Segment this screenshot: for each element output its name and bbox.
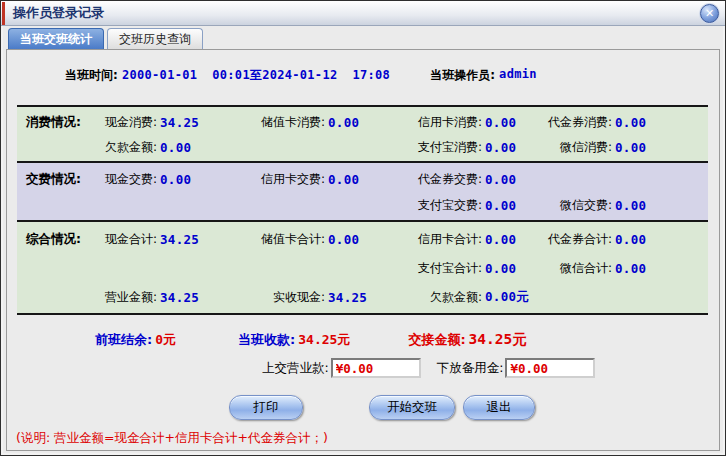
payment-row-1: 交费情况: 现金交费:0.00 信用卡交费:0.00 代金券交费:0.00 xyxy=(17,166,708,192)
field-value: 0.00 xyxy=(328,115,359,130)
operator-label: 当班操作员: xyxy=(430,67,499,84)
section-totals: 综合情况: 现金合计:34.25 储值卡合计:0.00 信用卡合计:0.00 代… xyxy=(17,220,708,315)
title-bar: 操作员登录记录 ✕ xyxy=(1,1,725,26)
totals-row-3: 营业金额:34.25 实收现金:34.25 欠款金额:0.00元 xyxy=(17,283,708,312)
handover-amount-label: 交接金额: xyxy=(408,331,465,349)
field-value: 34.25 xyxy=(160,232,199,247)
field-value: 0.00 xyxy=(160,172,191,187)
shift-time-label: 当班时间: xyxy=(65,67,122,84)
field-voucher-consume: 代金券消费:0.00 xyxy=(532,114,712,131)
field-cash-consume: 现金消费:34.25 xyxy=(95,114,245,131)
field-label: 微信合计: xyxy=(532,260,612,277)
field-storedcard-consume: 储值卡消费:0.00 xyxy=(245,114,402,131)
field-value: 0.00 xyxy=(328,172,359,187)
field-value: 0.00 xyxy=(615,140,646,155)
handover-amount-value: 34.25元 xyxy=(469,330,527,349)
field-value: 0.00 xyxy=(615,198,646,213)
field-voucher-total: 代金券合计:0.00 xyxy=(532,231,712,248)
consumption-row-2: 欠款金额:0.00 支付宝消费:0.00 微信消费:0.00 xyxy=(17,135,708,160)
section-consumption: 消费情况: 现金消费:34.25 储值卡消费:0.00 信用卡消费:0.00 代… xyxy=(17,105,708,161)
field-value: 34.25 xyxy=(160,290,199,305)
field-arrears-total: 欠款金额:0.00元 xyxy=(402,289,532,306)
buttons-row: 打印 开始交班 退出 xyxy=(7,395,719,420)
prev-balance-label: 前班结余: xyxy=(95,331,152,349)
field-value: 0.00 xyxy=(615,115,646,130)
field-alipay-consume: 支付宝消费:0.00 xyxy=(402,139,532,156)
field-storedcard-total: 储值卡合计:0.00 xyxy=(245,231,402,248)
field-actual-cash: 实收现金:34.25 xyxy=(245,289,402,306)
shift-time-value: 2000-01-01 00:01至2024-01-12 17:08 xyxy=(122,67,390,84)
field-value: 0.00 xyxy=(485,140,516,155)
field-label: 代金券消费: xyxy=(532,114,612,131)
field-label: 欠款金额: xyxy=(95,139,157,156)
shift-info-row: 当班时间: 2000-01-01 00:01至2024-01-12 17:08 … xyxy=(7,50,719,105)
section-title: 综合情况: xyxy=(17,231,95,248)
shift-received-value: 34.25元 xyxy=(298,331,350,349)
field-label: 现金合计: xyxy=(95,231,157,248)
field-label: 微信消费: xyxy=(532,139,612,156)
field-value: 0.00 xyxy=(485,198,516,213)
field-business-amount: 营业金额:34.25 xyxy=(95,289,245,306)
summary-row: 前班结余: 0元 当班收款: 34.25元 交接金额: 34.25元 xyxy=(95,330,719,349)
field-creditcard-pay: 信用卡交费:0.00 xyxy=(245,171,402,188)
field-alipay-pay: 支付宝交费:0.00 xyxy=(402,197,532,214)
field-arrears-amount: 欠款金额:0.00 xyxy=(95,139,245,156)
field-value: 0.00 xyxy=(485,261,516,276)
window-title: 操作员登录记录 xyxy=(13,4,104,22)
operator-value: admin xyxy=(499,67,537,81)
field-wechat-consume: 微信消费:0.00 xyxy=(532,139,712,156)
reserve-fund-input[interactable] xyxy=(505,358,595,378)
print-button[interactable]: 打印 xyxy=(229,395,303,420)
field-creditcard-total: 信用卡合计:0.00 xyxy=(402,231,532,248)
field-wechat-total: 微信合计:0.00 xyxy=(532,260,712,277)
close-button[interactable]: ✕ xyxy=(700,4,719,23)
payment-row-2: 支付宝交费:0.00 微信交费:0.00 xyxy=(17,192,708,218)
field-label: 现金消费: xyxy=(95,114,157,131)
field-voucher-pay: 代金券交费:0.00 xyxy=(402,171,532,188)
operator-login-record-window: 操作员登录记录 ✕ 当班交班统计 交班历史查询 当班时间: 2000-01-01… xyxy=(0,0,726,456)
field-value: 34.25 xyxy=(160,115,199,130)
field-alipay-total: 支付宝合计:0.00 xyxy=(402,260,532,277)
explanation-note: (说明: 营业金额=现金合计+信用卡合计+代金券合计；) xyxy=(16,430,719,447)
tab-handover-history[interactable]: 交班历史查询 xyxy=(107,28,203,49)
totals-row-2: 支付宝合计:0.00 微信合计:0.00 xyxy=(17,254,708,283)
window-accent-icon xyxy=(2,2,5,25)
tab-strip: 当班交班统计 交班历史查询 xyxy=(1,26,725,49)
field-label: 信用卡交费: xyxy=(245,171,325,188)
money-inputs-row: 上交营业款: 下放备用金: xyxy=(262,358,719,378)
tab-current-shift-stats[interactable]: 当班交班统计 xyxy=(8,28,104,49)
field-label: 储值卡消费: xyxy=(245,114,325,131)
section-title: 消费情况: xyxy=(17,114,95,131)
field-label: 信用卡消费: xyxy=(402,114,482,131)
field-value: 0.00 xyxy=(485,232,516,247)
field-label: 支付宝消费: xyxy=(402,139,482,156)
field-label: 微信交费: xyxy=(532,197,612,214)
field-label: 信用卡合计: xyxy=(402,231,482,248)
field-label: 现金交费: xyxy=(95,171,157,188)
prev-balance-value: 0元 xyxy=(155,331,176,349)
field-label: 实收现金: xyxy=(245,289,325,306)
field-label: 营业金额: xyxy=(95,289,157,306)
field-label: 支付宝交费: xyxy=(402,197,482,214)
reserve-fund-label: 下放备用金: xyxy=(437,360,504,377)
totals-row-1: 综合情况: 现金合计:34.25 储值卡合计:0.00 信用卡合计:0.00 代… xyxy=(17,225,708,254)
field-label: 代金券交费: xyxy=(402,171,482,188)
field-value: 0.00元 xyxy=(485,289,529,306)
field-value: 34.25 xyxy=(328,290,367,305)
field-label: 代金券合计: xyxy=(532,231,612,248)
shift-received-label: 当班收款: xyxy=(238,331,295,349)
field-value: 0.00 xyxy=(328,232,359,247)
section-payment: 交费情况: 现金交费:0.00 信用卡交费:0.00 代金券交费:0.00 支付… xyxy=(17,161,708,220)
start-handover-button[interactable]: 开始交班 xyxy=(369,395,455,420)
field-value: 0.00 xyxy=(160,140,191,155)
field-label: 欠款金额: xyxy=(402,289,482,306)
section-title: 交费情况: xyxy=(17,171,95,188)
exit-button[interactable]: 退出 xyxy=(463,395,535,420)
field-value: 0.00 xyxy=(485,115,516,130)
field-cash-total: 现金合计:34.25 xyxy=(95,231,245,248)
turn-in-input[interactable] xyxy=(331,358,421,378)
close-icon: ✕ xyxy=(705,7,714,20)
field-value: 0.00 xyxy=(485,172,516,187)
tab-panel: 当班时间: 2000-01-01 00:01至2024-01-12 17:08 … xyxy=(6,49,720,451)
field-wechat-pay: 微信交费:0.00 xyxy=(532,197,712,214)
